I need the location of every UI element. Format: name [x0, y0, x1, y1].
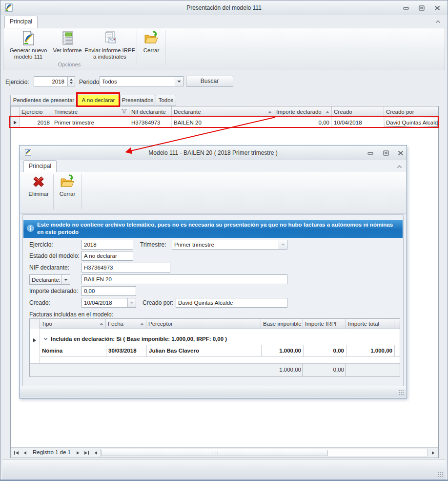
cell-importe[interactable]: 0,00 [274, 117, 332, 127]
form-creadopor-label: Creado por: [143, 299, 173, 306]
filter-funnel-icon[interactable] [122, 109, 127, 115]
tab-todos[interactable]: Todos [156, 95, 176, 106]
header-cell-creado-por[interactable]: Creado por [384, 106, 438, 117]
view-report-button[interactable]: Ver informe [52, 30, 83, 54]
sort-asc-icon [326, 111, 329, 113]
child-window-title: Modelo 111 - BAILEN 20 ( 2018 Primer tri… [20, 146, 407, 160]
inv-cell-fecha[interactable]: 30/03/2018 [106, 345, 147, 356]
header-cell-nif[interactable]: Nif declarante [129, 106, 172, 117]
report-icon [60, 30, 75, 46]
inv-cell-total[interactable]: 1.000,00 [346, 345, 395, 356]
close-button[interactable] [431, 4, 444, 12]
generate-model-button[interactable]: Generar nuevo modelo 111 [6, 30, 51, 60]
creado-dropdown-icon [127, 298, 136, 307]
child-close-button[interactable] [394, 149, 407, 157]
form-importe-input[interactable]: 0,00 [81, 286, 136, 296]
tab-a-no-declarar[interactable]: A no declarar [78, 95, 119, 106]
horizontal-scrollbar-track[interactable] [100, 449, 428, 457]
group-row-text: Incluida en declaración: Si ( Base impon… [51, 336, 227, 342]
header-cell-importe[interactable]: Importe declarado [274, 106, 332, 117]
horizontal-scrollbar-thumb[interactable] [101, 450, 328, 456]
info-banner: Este modelo no contiene archivo telemáti… [23, 220, 403, 238]
inv-cell-irpf[interactable]: 0,00 [304, 345, 346, 356]
nav-next-icon[interactable] [74, 449, 82, 456]
buscar-button[interactable]: Buscar [186, 76, 233, 87]
scroll-left-icon[interactable] [92, 449, 100, 456]
header-cell-trimestre[interactable]: Trimestre [52, 106, 129, 117]
sort-asc-icon [140, 323, 144, 325]
cell-nif[interactable]: H37364973 [129, 117, 172, 127]
form-ejercicio-label: Ejercicio: [29, 241, 53, 248]
form-creadopor-input[interactable]: David Quintas Alcalde [176, 298, 287, 308]
child-maximize-button[interactable] [380, 149, 392, 157]
child-resize-grip-icon[interactable] [398, 390, 404, 396]
inv-header-fecha[interactable]: Fecha [106, 319, 146, 329]
header-cell-creado[interactable]: Creado [332, 106, 384, 117]
periodo-dropdown-icon[interactable] [175, 77, 183, 86]
main-cerrar-button[interactable]: Cerrar [139, 30, 163, 54]
child-ribbon-collapse-icon[interactable] [394, 163, 404, 170]
nav-first-icon[interactable] [13, 449, 20, 456]
ribbon-collapse-icon[interactable] [433, 18, 443, 25]
form-nif-input[interactable]: H37364973 [81, 263, 170, 272]
inv-cell-perceptor[interactable]: Julian Bas Clavero [147, 345, 262, 356]
maximize-button[interactable] [415, 4, 428, 12]
header-cell-ejercicio[interactable]: Ejercicio [20, 106, 52, 117]
group-collapse-icon[interactable] [40, 337, 51, 340]
sort-asc-icon [100, 323, 103, 325]
header-cell-declarante[interactable]: Declarante [172, 106, 274, 117]
resize-grip-icon[interactable] [438, 472, 444, 478]
spin-down-icon[interactable] [70, 82, 73, 84]
form-creado-label: Creado: [29, 299, 50, 306]
form-declarante-input[interactable]: BAILEN 20 [81, 274, 287, 284]
form-estado-input[interactable]: A no declarar [81, 251, 133, 261]
inv-cell-tipo[interactable]: Nómina [40, 345, 106, 356]
tab-presentados[interactable]: Presentados [120, 95, 155, 106]
nav-prev-icon[interactable] [21, 449, 29, 456]
grid-data-row[interactable]: 2018 Primer trimestre H37364973 BAILEN 2… [11, 117, 438, 128]
declarante-selector-button[interactable]: Declarante: [29, 274, 70, 285]
declarante-dropdown-icon[interactable] [61, 275, 70, 284]
cell-ejercicio[interactable]: 2018 [20, 117, 52, 127]
main-ribbon-tab-principal[interactable]: Principal [4, 16, 38, 29]
inv-header-irpf[interactable]: Importe IRPF [303, 319, 346, 329]
record-count-text: Registro 1 de 1 [30, 449, 73, 455]
form-ejercicio-input[interactable]: 2018 [81, 240, 133, 250]
spinner-buttons[interactable] [67, 77, 75, 86]
eliminar-button[interactable]: Eliminar [25, 174, 52, 197]
cell-creado-por[interactable]: David Quintas Alcalde [384, 117, 438, 127]
send-irpf-button[interactable]: Enviar informe IRPF a industriales [84, 30, 136, 60]
invoice-data-row[interactable]: Nómina 30/03/2018 Julian Bas Clavero 1.0… [40, 345, 400, 357]
minimize-button[interactable] [400, 4, 412, 12]
inv-cell-base[interactable]: 1.000,00 [262, 345, 304, 356]
nav-last-icon[interactable] [82, 449, 90, 456]
cell-declarante[interactable]: BAILEN 20 [172, 117, 274, 127]
spin-up-icon[interactable] [70, 79, 73, 81]
record-navigator: Registro 1 de 1 [11, 447, 438, 458]
invoices-group-row[interactable]: Incluida en declaración: Si ( Base impon… [40, 333, 400, 345]
scroll-right-icon[interactable] [429, 449, 437, 456]
inv-header-base[interactable]: Base imponible [261, 319, 303, 329]
form-creado-input[interactable]: 10/04/2018 [81, 298, 136, 308]
periodo-combo[interactable]: Todos [100, 76, 183, 86]
facturas-section-label: Facturas incluidas en el modelo: [29, 311, 113, 318]
row-indicator-cell [11, 117, 20, 127]
current-row-arrow-icon [14, 121, 17, 125]
eliminar-label: Eliminar [25, 191, 52, 197]
ejercicio-spin-input[interactable]: 2018 [34, 76, 75, 86]
tab-pendientes-de-presentar[interactable]: Pendientes de presentar [10, 95, 77, 106]
child-ribbon-tab-principal[interactable]: Principal [23, 160, 57, 173]
child-status-bar [20, 386, 406, 397]
close-folder-icon [143, 30, 159, 46]
cell-creado[interactable]: 10/04/2018 [332, 117, 384, 127]
toolbar-separator [81, 174, 82, 209]
inv-cell-pad [395, 345, 400, 356]
cell-trimestre[interactable]: Primer trimestre [52, 117, 129, 127]
child-minimize-button[interactable] [364, 149, 377, 157]
inv-header-tipo[interactable]: Tipo [40, 319, 106, 329]
inv-header-indicator [30, 319, 40, 329]
child-cerrar-button[interactable]: Cerrar [54, 174, 81, 197]
inv-header-total[interactable]: Importe total [346, 319, 394, 329]
inv-header-perceptor[interactable]: Perceptor [146, 319, 261, 329]
form-trimestre-combo[interactable]: Primer trimestre [172, 240, 287, 250]
